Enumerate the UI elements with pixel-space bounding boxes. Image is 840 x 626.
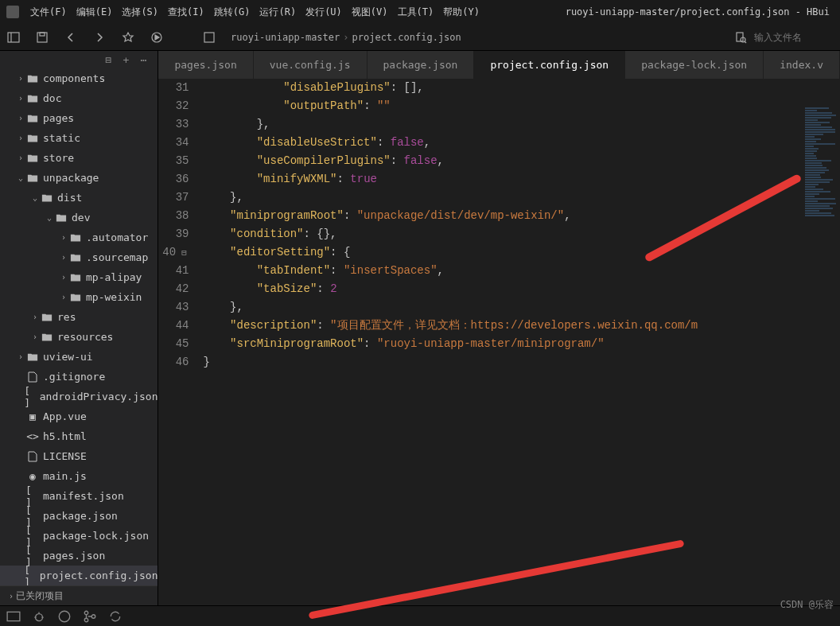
panel-toggle-icon[interactable] — [6, 30, 21, 45]
folder-item[interactable]: ›res — [0, 307, 158, 327]
editor-tab[interactable]: index.v — [764, 51, 840, 79]
tree-item-label: dev — [72, 212, 90, 224]
editor-area: pages.jsonvue.config.jspackage.jsonproje… — [158, 51, 840, 605]
warning-icon[interactable] — [57, 609, 72, 624]
folder-icon — [68, 291, 83, 304]
svg-rect-2 — [37, 33, 47, 42]
tree-item-label: project.config.json — [40, 570, 158, 581]
file-item[interactable]: [ ]manifest.json — [0, 486, 158, 506]
menu-item[interactable]: 发行(U) — [301, 6, 347, 17]
file-item[interactable]: LICENSE — [0, 446, 158, 466]
tree-item-label: res — [57, 311, 76, 323]
folder-item[interactable]: ›store — [0, 148, 158, 168]
file-item[interactable]: .gitignore — [0, 367, 158, 387]
folder-item[interactable]: ›resources — [0, 327, 158, 347]
tree-item-label: manifest.json — [43, 490, 124, 502]
tree-item-label: .gitignore — [43, 371, 105, 383]
bug-icon[interactable] — [32, 609, 46, 624]
editor-tab[interactable]: vue.config.js — [254, 51, 368, 79]
tree-item-label: package.json — [43, 510, 118, 522]
menu-item[interactable]: 跳转(G) — [209, 6, 255, 17]
svg-rect-8 — [737, 33, 743, 41]
folder-item[interactable]: ›mp-weixin — [0, 287, 158, 307]
file-item[interactable]: ▣App.vue — [0, 406, 158, 426]
breadcrumb-root[interactable]: ruoyi-uniapp-master — [231, 32, 340, 43]
folder-item[interactable]: ›doc — [0, 88, 158, 108]
folder-item[interactable]: ⌄unpackage — [0, 168, 158, 188]
folder-item[interactable]: ›uview-ui — [0, 347, 158, 367]
chevron-right-icon: › — [59, 253, 68, 262]
menu-item[interactable]: 工具(T) — [393, 6, 439, 17]
search-input[interactable] — [754, 32, 834, 43]
code-lines[interactable]: "disablePlugins": [], "outputPath": "" }… — [196, 79, 840, 605]
menu-item[interactable]: 运行(R) — [255, 6, 301, 17]
toolbar: ruoyi-uniapp-master › project.config.jso… — [0, 24, 840, 51]
tree-item-label: dist — [57, 192, 82, 204]
folder-icon — [25, 112, 40, 125]
folder-item[interactable]: ›pages — [0, 108, 158, 128]
file-item[interactable]: [ ]package-lock.json — [0, 526, 158, 546]
chevron-right-icon: › — [16, 352, 25, 361]
file-item[interactable]: <>h5.html — [0, 426, 158, 446]
folder-item[interactable]: ›.automator — [0, 227, 158, 247]
code-editor[interactable]: 31323334353637383940 ⊟414243444546 "disa… — [158, 79, 840, 605]
folder-icon — [25, 351, 40, 364]
menu-item[interactable]: 编辑(E) — [72, 6, 118, 17]
tree-item-label: LICENSE — [43, 450, 87, 462]
star-icon[interactable] — [121, 30, 135, 45]
svg-point-19 — [91, 614, 95, 618]
chevron-right-icon: › — [16, 114, 25, 122]
tree-item-label: .sourcemap — [86, 251, 148, 263]
breadcrumb-file[interactable]: project.config.json — [352, 32, 461, 43]
save-icon[interactable] — [35, 30, 49, 45]
closed-projects[interactable]: › 已关闭项目 — [0, 585, 158, 605]
sync-icon[interactable] — [108, 609, 122, 624]
terminal-icon[interactable] — [6, 609, 21, 624]
file-icon: [ ] — [24, 391, 36, 403]
file-icon: [ ] — [25, 490, 40, 503]
svg-point-16 — [59, 611, 70, 622]
file-icon: <> — [25, 430, 40, 443]
file-item[interactable]: [ ]pages.json — [0, 546, 158, 566]
folder-item[interactable]: ›.sourcemap — [0, 247, 158, 267]
forward-icon[interactable] — [92, 30, 107, 45]
folder-item[interactable]: ⌄dist — [0, 188, 158, 208]
folder-item[interactable]: ›static — [0, 128, 158, 148]
menu-item[interactable]: 帮助(Y) — [438, 6, 484, 17]
editor-tab[interactable]: package.json — [368, 51, 475, 79]
folder-icon — [25, 92, 40, 105]
run-icon[interactable] — [150, 30, 164, 45]
chevron-down-icon: ⌄ — [45, 213, 54, 222]
file-item[interactable]: [ ]package.json — [0, 506, 158, 526]
menu-item[interactable]: 视图(V) — [347, 6, 393, 17]
file-item[interactable]: [ ]project.config.json — [0, 566, 158, 585]
statusbar — [0, 605, 840, 626]
add-icon[interactable]: + — [122, 54, 134, 65]
folder-item[interactable]: ⌄dev — [0, 208, 158, 227]
menu-item[interactable]: 查找(I) — [163, 6, 209, 17]
folder-icon — [68, 251, 83, 264]
menu-item[interactable]: 文件(F) — [25, 6, 72, 17]
chevron-right-icon: › — [59, 273, 68, 282]
file-item[interactable]: ◉main.js — [0, 466, 158, 486]
folder-item[interactable]: ›mp-alipay — [0, 267, 158, 287]
tree-item-label: h5.html — [43, 430, 87, 442]
collapse-all-icon[interactable]: ⊟ — [105, 54, 116, 65]
folder-item[interactable]: ›components — [0, 68, 158, 88]
minimap[interactable] — [802, 107, 840, 605]
tree-item-label: static — [43, 132, 80, 144]
back-icon[interactable] — [64, 30, 78, 45]
git-icon[interactable] — [83, 609, 97, 624]
editor-tab[interactable]: package-lock.json — [625, 51, 764, 79]
editor-tab[interactable]: project.config.json — [474, 51, 625, 79]
breadcrumb-root-icon[interactable] — [202, 30, 216, 45]
menu-item[interactable]: 选择(S) — [117, 6, 163, 17]
file-icon: [ ] — [25, 550, 40, 562]
svg-line-10 — [745, 41, 746, 43]
chevron-right-icon: › — [16, 94, 25, 103]
search-file-icon[interactable] — [733, 30, 748, 45]
file-icon — [25, 371, 40, 383]
more-icon[interactable]: ⋯ — [140, 54, 151, 65]
file-item[interactable]: [ ]androidPrivacy.json — [0, 387, 158, 406]
editor-tab[interactable]: pages.json — [158, 51, 253, 79]
